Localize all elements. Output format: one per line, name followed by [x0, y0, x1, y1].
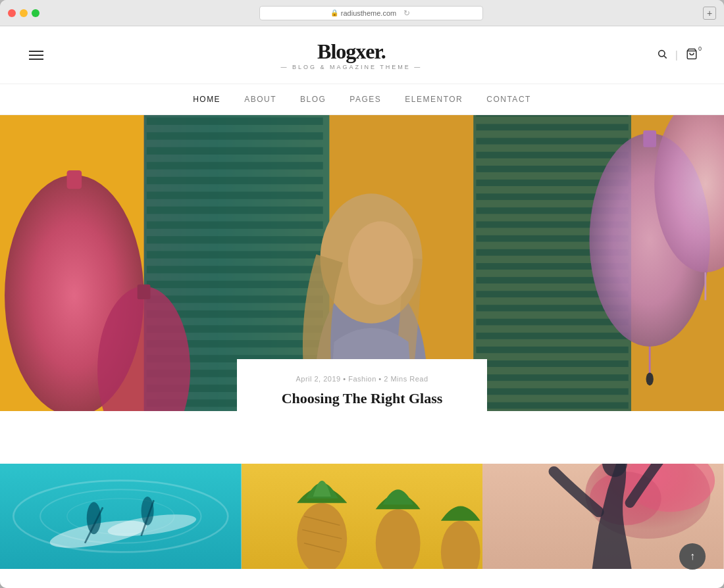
hero-image: April 2, 2019 • Fashion • 2 Mins Read Ch… [0, 115, 724, 411]
scroll-top-icon: ↑ [690, 551, 695, 562]
cart-button[interactable]: 0 [686, 48, 698, 62]
hamburger-line-1 [29, 51, 43, 52]
header-actions: | 0 [657, 48, 698, 62]
nav-pages[interactable]: PAGES [349, 95, 381, 104]
svg-rect-10 [147, 147, 323, 155]
nav-blog[interactable]: BLOG [300, 95, 326, 104]
url-input[interactable]: 🔒 radiustheme.com ↻ [259, 6, 483, 20]
grid-image-1 [0, 464, 242, 569]
hamburger-line-2 [29, 55, 43, 56]
svg-rect-14 [147, 207, 323, 214]
nav-home[interactable]: HOME [193, 95, 220, 104]
hamburger-line-3 [29, 59, 43, 60]
hero-section: April 2, 2019 • Fashion • 2 Mins Read Ch… [0, 115, 724, 569]
close-button[interactable] [8, 9, 16, 17]
main-navigation: HOME ABOUT BLOG PAGES ELEMENTOR CONTACT [0, 84, 724, 115]
site-logo: Blogxer. — BLOG & MAGAZINE THEME — [46, 39, 657, 70]
grid-image-2 [242, 464, 483, 569]
svg-line-1 [664, 56, 667, 59]
scroll-top-button[interactable]: ↑ [679, 543, 706, 570]
hero-card: April 2, 2019 • Fashion • 2 Mins Read Ch… [237, 359, 487, 411]
post-category: Fashion [348, 375, 376, 383]
svg-rect-11 [147, 162, 323, 169]
svg-rect-16 [147, 236, 323, 243]
logo-subtitle: — BLOG & MAGAZINE THEME — [46, 64, 657, 70]
post-meta: April 2, 2019 • Fashion • 2 Mins Read [263, 375, 461, 383]
address-bar: 🔒 radiustheme.com ↻ [45, 6, 698, 20]
search-button[interactable] [657, 49, 667, 62]
header-divider: | [675, 49, 678, 61]
svg-rect-54 [476, 374, 628, 381]
svg-rect-35 [476, 115, 628, 116]
nav-elementor[interactable]: ELEMENTOR [405, 95, 463, 104]
svg-rect-75 [0, 464, 242, 569]
browser-titlebar: 🔒 radiustheme.com ↻ + [0, 0, 724, 26]
new-tab-button[interactable]: + [703, 7, 716, 20]
website-content: Blogxer. — BLOG & MAGAZINE THEME — | [0, 26, 724, 588]
svg-rect-8 [147, 118, 323, 125]
logo-title[interactable]: Blogxer. [46, 39, 657, 64]
traffic-lights [8, 9, 39, 17]
svg-rect-19 [147, 281, 323, 288]
minimize-button[interactable] [20, 9, 28, 17]
svg-point-68 [646, 372, 654, 385]
grid-item-1[interactable] [0, 464, 242, 569]
svg-rect-38 [476, 152, 628, 159]
hamburger-button[interactable] [26, 48, 46, 62]
post-title[interactable]: Choosing The Right Glass Shape [263, 389, 461, 411]
post-grid [0, 464, 724, 569]
svg-rect-63 [138, 284, 151, 299]
url-text: radiustheme.com [341, 6, 396, 20]
svg-point-81 [87, 502, 101, 534]
svg-rect-51 [476, 333, 628, 339]
post-read-time: 2 Mins Read [384, 375, 428, 383]
svg-rect-13 [147, 191, 323, 199]
svg-point-82 [142, 497, 154, 525]
cart-count: 0 [698, 45, 702, 52]
svg-rect-53 [476, 360, 628, 367]
browser-window: 🔒 radiustheme.com ↻ + Blogxer. — BLOG & … [0, 0, 724, 588]
svg-rect-59 [67, 170, 82, 189]
maximize-button[interactable] [32, 9, 39, 17]
svg-rect-66 [643, 130, 656, 147]
svg-rect-12 [147, 177, 323, 184]
svg-point-0 [659, 50, 665, 56]
svg-rect-36 [476, 124, 628, 130]
nav-contact[interactable]: CONTACT [486, 95, 531, 104]
post-date: April 2, 2019 [296, 375, 340, 383]
svg-rect-56 [476, 403, 628, 409]
site-header: Blogxer. — BLOG & MAGAZINE THEME — | [0, 26, 724, 84]
refresh-icon[interactable]: ↻ [401, 8, 412, 18]
svg-rect-50 [476, 319, 628, 326]
nav-about[interactable]: ABOUT [244, 95, 276, 104]
svg-rect-20 [147, 295, 323, 303]
svg-rect-52 [476, 347, 628, 353]
svg-rect-55 [476, 388, 628, 395]
grid-item-2[interactable] [242, 464, 483, 569]
svg-rect-37 [476, 138, 628, 145]
svg-rect-9 [147, 132, 323, 139]
svg-point-74 [348, 222, 413, 305]
svg-rect-18 [147, 266, 323, 273]
svg-rect-17 [147, 251, 323, 258]
svg-rect-15 [147, 222, 323, 229]
